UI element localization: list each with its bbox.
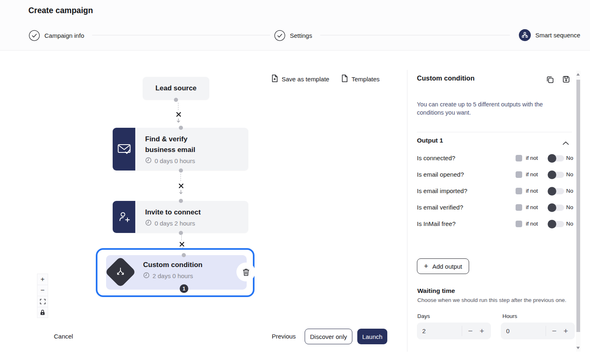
connector-handle[interactable] (174, 98, 178, 102)
edge-line (181, 235, 182, 240)
node-title: Invite to connect (145, 207, 236, 218)
cancel-button[interactable]: Cancel (54, 333, 73, 340)
condition-toggle[interactable] (548, 172, 564, 178)
email-check-icon (113, 128, 135, 170)
add-output-button[interactable]: + Add output (417, 258, 469, 274)
condition-row: Is InMail free? if not No (417, 219, 573, 228)
save-as-template-button[interactable]: Save as template (271, 75, 329, 83)
condition-row: Is email opened? if not No (417, 170, 573, 179)
step-label: Campaign info (44, 32, 84, 39)
condition-checkbox[interactable] (516, 155, 522, 161)
if-not-label: if not (526, 171, 538, 178)
connector-handle[interactable] (179, 231, 183, 235)
condition-label: Is InMail free? (417, 219, 456, 228)
scrollbar-thumb[interactable] (576, 80, 580, 332)
step-settings[interactable]: Settings (274, 30, 312, 41)
node-invite-to-connect[interactable]: Invite to connect 0 days 2 hours (113, 201, 248, 233)
panel-scrollbar[interactable] (576, 71, 581, 352)
toggle-value-label: No (566, 187, 573, 195)
condition-checkbox[interactable] (516, 221, 522, 227)
file-plus-icon (271, 74, 278, 84)
toggle-value-label: No (566, 204, 573, 211)
node-find-verify-email[interactable]: Find & verify business email 0 days 0 ho… (113, 128, 248, 170)
condition-checkbox[interactable] (516, 204, 522, 211)
if-not-label: if not (526, 187, 538, 195)
check-circle-icon (29, 30, 40, 41)
step-label: Settings (290, 32, 312, 39)
plus-icon: + (41, 275, 45, 283)
minus-icon: − (552, 327, 556, 336)
connector-handle[interactable] (182, 253, 186, 257)
discover-only-button[interactable]: Discover only (305, 329, 352, 344)
delete-node-button[interactable] (236, 263, 255, 281)
page-title: Create campaign (28, 6, 93, 15)
days-increment-button[interactable]: + (477, 323, 487, 339)
hours-label: Hours (502, 313, 517, 319)
node-custom-condition-selected[interactable]: Custom condition 2 days 0 hours 1 (96, 248, 255, 297)
condition-row: Is email verified? if not No (417, 203, 573, 212)
save-icon (562, 76, 570, 83)
toggle-knob (548, 220, 556, 228)
clock-icon (143, 272, 150, 280)
condition-toggle[interactable] (548, 155, 564, 161)
connector-handle[interactable] (179, 168, 183, 173)
toggle-knob (548, 203, 556, 212)
fit-view-button[interactable] (37, 296, 48, 307)
connector-handle[interactable] (179, 199, 183, 203)
if-not-label: if not (526, 204, 538, 211)
delete-edge-button[interactable] (178, 240, 185, 248)
condition-checkbox[interactable] (516, 188, 522, 194)
hours-input[interactable] (501, 323, 542, 339)
trash-icon (243, 268, 250, 276)
hours-decrement-button[interactable]: − (549, 323, 560, 339)
days-input[interactable] (417, 323, 458, 339)
minus-icon: − (41, 286, 45, 295)
condition-toggle[interactable] (548, 221, 564, 227)
waiting-time-title: Waiting time (417, 287, 455, 295)
delete-edge-button[interactable] (177, 182, 185, 189)
stepper-separator (462, 326, 462, 336)
condition-label: Is email imported? (417, 187, 467, 196)
clock-icon (145, 157, 152, 165)
copy-button[interactable] (546, 76, 554, 85)
lock-button[interactable] (37, 307, 48, 318)
plus-icon: + (563, 327, 568, 336)
delete-edge-button[interactable] (175, 111, 182, 118)
condition-row: Is connected? if not No (417, 154, 573, 163)
templates-button[interactable]: Templates (341, 75, 379, 83)
scroll-down-arrow[interactable] (576, 347, 580, 349)
collapse-output-button[interactable] (562, 139, 569, 147)
step-campaign-info[interactable]: Campaign info (29, 30, 84, 41)
node-title: Lead source (155, 84, 197, 92)
previous-button[interactable]: Previous (272, 333, 296, 340)
condition-checkbox[interactable] (516, 171, 522, 178)
minus-icon: − (468, 327, 472, 336)
condition-label: Is email opened? (417, 170, 464, 179)
if-not-label: if not (526, 154, 538, 162)
panel-divider-vertical (407, 70, 407, 352)
output-count-badge: 1 (180, 284, 188, 293)
launch-button[interactable]: Launch (357, 329, 387, 344)
condition-label: Is connected? (417, 154, 455, 163)
arrow-down-icon (179, 189, 183, 196)
zoom-out-button[interactable]: − (37, 285, 48, 296)
node-wait-time: 2 days 0 hours (153, 272, 193, 279)
lock-icon (40, 309, 45, 316)
toggle-knob (548, 187, 556, 196)
toggle-value-label: No (566, 154, 573, 162)
days-decrement-button[interactable]: − (465, 323, 476, 339)
condition-toggle[interactable] (548, 205, 564, 211)
stepper-separator (546, 326, 546, 336)
scroll-up-arrow[interactable] (576, 73, 580, 76)
hours-increment-button[interactable]: + (560, 323, 571, 339)
node-wait-time: 0 days 2 hours (155, 220, 195, 227)
edge-line (178, 103, 178, 110)
zoom-in-button[interactable]: + (37, 274, 48, 285)
node-lead-source[interactable]: Lead source (143, 77, 209, 100)
step-smart-sequence[interactable]: Smart sequence (519, 29, 580, 41)
connector-handle[interactable] (179, 126, 183, 130)
condition-toggle[interactable] (548, 188, 564, 194)
sequence-icon (519, 29, 531, 41)
save-button[interactable] (562, 76, 570, 85)
chevron-up-icon (562, 141, 569, 145)
